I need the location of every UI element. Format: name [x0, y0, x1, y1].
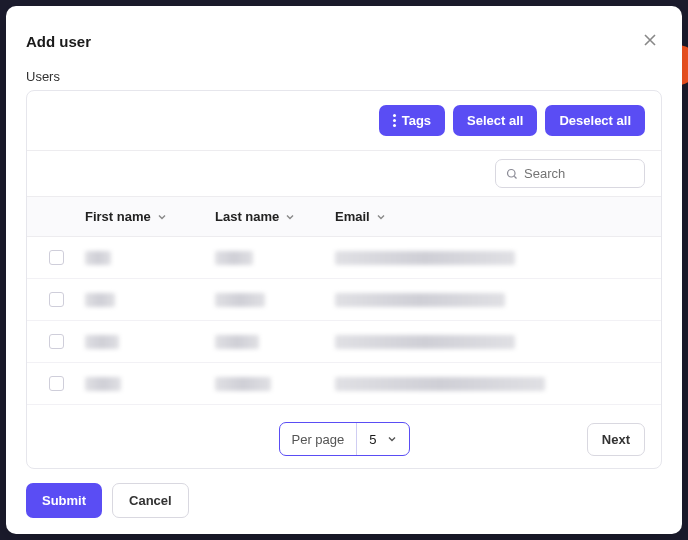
row-checkbox[interactable] — [49, 334, 64, 349]
cancel-button[interactable]: Cancel — [112, 483, 189, 518]
modal-footer: Submit Cancel — [6, 483, 682, 518]
last-name-cell — [215, 251, 253, 265]
table-body — [27, 237, 661, 410]
close-button[interactable] — [638, 28, 662, 55]
chevron-down-icon — [157, 212, 167, 222]
per-page-control[interactable]: Per page 5 — [279, 422, 410, 456]
modal-header: Add user — [6, 22, 682, 69]
users-section-label: Users — [6, 69, 682, 90]
email-cell — [335, 335, 515, 349]
search-icon — [506, 167, 518, 181]
submit-button-label: Submit — [42, 493, 86, 508]
table-row — [27, 237, 661, 279]
deselect-all-label: Deselect all — [559, 113, 631, 128]
chevron-down-icon — [285, 212, 295, 222]
first-name-cell — [85, 377, 121, 391]
column-email-label: Email — [335, 209, 370, 224]
select-all-button[interactable]: Select all — [453, 105, 537, 136]
per-page-select[interactable]: 5 — [357, 423, 408, 455]
tags-button-label: Tags — [402, 113, 431, 128]
select-all-label: Select all — [467, 113, 523, 128]
cancel-button-label: Cancel — [129, 493, 172, 508]
last-name-cell — [215, 293, 265, 307]
table-row — [27, 321, 661, 363]
menu-dots-icon — [393, 114, 396, 127]
table-row — [27, 363, 661, 405]
per-page-value: 5 — [369, 432, 376, 447]
tags-button[interactable]: Tags — [379, 105, 445, 136]
last-name-cell — [215, 335, 259, 349]
column-first-name-label: First name — [85, 209, 151, 224]
modal-title: Add user — [26, 33, 91, 50]
search-row — [27, 151, 661, 197]
toolbar: Tags Select all Deselect all — [27, 91, 661, 151]
deselect-all-button[interactable]: Deselect all — [545, 105, 645, 136]
users-panel: Tags Select all Deselect all First name — [26, 90, 662, 469]
last-name-cell — [215, 377, 271, 391]
first-name-cell — [85, 335, 119, 349]
column-first-name[interactable]: First name — [85, 209, 215, 224]
row-checkbox[interactable] — [49, 376, 64, 391]
users-table: First name Last name Email — [27, 197, 661, 410]
row-checkbox[interactable] — [49, 250, 64, 265]
table-row — [27, 279, 661, 321]
email-cell — [335, 293, 505, 307]
email-cell — [335, 251, 515, 265]
column-last-name-label: Last name — [215, 209, 279, 224]
pagination: Per page 5 Next — [27, 410, 661, 468]
search-input[interactable] — [524, 166, 634, 181]
column-last-name[interactable]: Last name — [215, 209, 335, 224]
email-cell — [335, 377, 545, 391]
next-button[interactable]: Next — [587, 423, 645, 456]
column-email[interactable]: Email — [335, 209, 661, 224]
svg-point-0 — [508, 169, 516, 177]
search-box[interactable] — [495, 159, 645, 188]
first-name-cell — [85, 251, 111, 265]
add-user-modal: Add user Users Tags Select all Deselect … — [6, 6, 682, 534]
first-name-cell — [85, 293, 115, 307]
chevron-down-icon — [387, 434, 397, 444]
table-header: First name Last name Email — [27, 197, 661, 237]
next-button-label: Next — [602, 432, 630, 447]
close-icon — [642, 32, 658, 48]
row-checkbox[interactable] — [49, 292, 64, 307]
submit-button[interactable]: Submit — [26, 483, 102, 518]
chevron-down-icon — [376, 212, 386, 222]
per-page-label: Per page — [280, 423, 358, 455]
